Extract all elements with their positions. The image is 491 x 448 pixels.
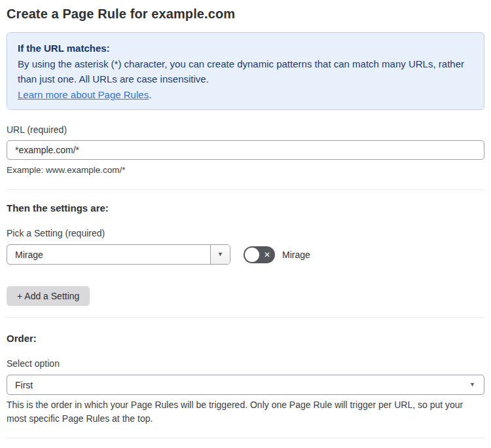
setting-select[interactable]: Mirage ▼ [7,244,230,265]
toggle-knob [245,248,259,262]
page-rule-form: Create a Page Rule for example.com If th… [0,5,491,448]
info-box-body: By using the asterisk (*) character, you… [18,56,473,86]
divider [7,189,484,190]
settings-section-heading: Then the settings are: [7,202,484,214]
learn-more-link[interactable]: Learn more about Page Rules [18,89,149,100]
info-box-heading: If the URL matches: [18,41,473,56]
link-suffix: . [149,89,151,100]
order-select-value: First [7,380,469,390]
chevron-down-icon: ▼ [217,252,223,257]
mirage-toggle[interactable]: ✕ [244,246,275,263]
pick-setting-label: Pick a Setting (required) [7,228,484,238]
info-box-link-line: Learn more about Page Rules. [18,87,473,102]
order-helper-text: This is the order in which your Page Rul… [7,398,484,426]
divider [7,438,484,438]
url-input[interactable] [7,140,484,160]
chevron-down-icon: ▼ [469,382,475,388]
url-helper-text: Example: www.example.com/* [7,164,484,176]
url-match-info-box: If the URL matches: By using the asteris… [7,32,484,110]
order-select[interactable]: First ▼ [7,375,484,395]
toggle-off-x-icon: ✕ [264,246,270,263]
setting-select-value: Mirage [7,245,210,264]
toggle-label: Mirage [282,250,310,260]
setting-row: Mirage ▼ ✕ Mirage [7,244,484,265]
order-select-label: Select option [7,358,484,369]
divider [7,317,484,318]
page-title: Create a Page Rule for example.com [7,5,484,22]
url-field-label: URL (required) [7,124,484,135]
order-section-heading: Order: [7,333,484,344]
add-setting-button[interactable]: + Add a Setting [7,286,90,306]
setting-select-arrow-button[interactable]: ▼ [210,245,230,264]
